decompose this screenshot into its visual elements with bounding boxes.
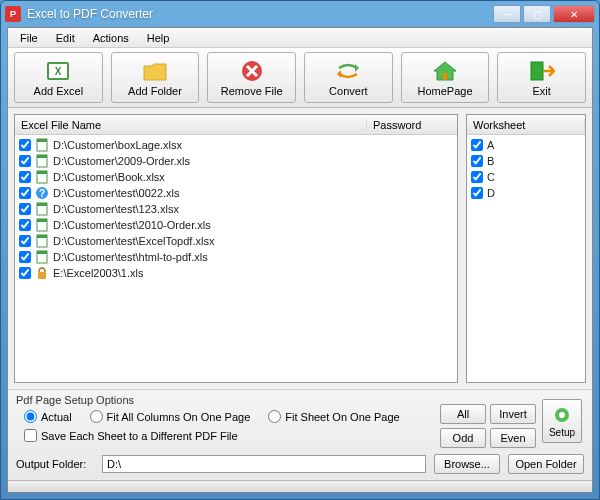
- file-row[interactable]: D:\Customer\boxLage.xlsx: [15, 137, 457, 153]
- remove-icon: [238, 59, 266, 83]
- worksheet-row[interactable]: A: [467, 137, 585, 153]
- menu-help[interactable]: Help: [139, 30, 178, 46]
- menu-file[interactable]: File: [12, 30, 46, 46]
- file-checkbox[interactable]: [19, 251, 31, 263]
- file-list[interactable]: D:\Customer\boxLage.xlsxD:\Customer\2009…: [15, 135, 457, 382]
- opts-title: Pdf Page Setup Options: [16, 394, 440, 406]
- file-row[interactable]: D:\Customer\test\html-to-pdf.xls: [15, 249, 457, 265]
- worksheet-row[interactable]: C: [467, 169, 585, 185]
- setup-button[interactable]: Setup: [542, 399, 582, 443]
- file-checkbox[interactable]: [19, 219, 31, 231]
- worksheet-checkbox[interactable]: [471, 139, 483, 151]
- even-button[interactable]: Even: [490, 428, 536, 448]
- col-filename[interactable]: Excel File Name: [15, 119, 367, 131]
- col-password[interactable]: Password: [367, 119, 457, 131]
- file-row[interactable]: D:\Customer\test\ExcelTopdf.xlsx: [15, 233, 457, 249]
- menu-actions[interactable]: Actions: [85, 30, 137, 46]
- homepage-button[interactable]: HomePage: [401, 52, 490, 103]
- radio-fit-sheet[interactable]: Fit Sheet On One Page: [268, 410, 399, 423]
- all-button[interactable]: All: [440, 404, 486, 424]
- svg-rect-22: [38, 272, 46, 279]
- svg-rect-4: [443, 73, 447, 80]
- file-name: D:\Customer\test\ExcelTopdf.xlsx: [53, 235, 214, 247]
- radio-actual[interactable]: Actual: [24, 410, 72, 423]
- file-checkbox[interactable]: [19, 203, 31, 215]
- worksheet-row[interactable]: B: [467, 153, 585, 169]
- minimize-button[interactable]: ─: [493, 5, 521, 23]
- checkbox-save-each[interactable]: Save Each Sheet to a Different PDF File: [24, 429, 440, 442]
- worksheet-checkbox[interactable]: [471, 155, 483, 167]
- maximize-button[interactable]: ▢: [523, 5, 551, 23]
- file-icon: [35, 170, 49, 184]
- file-row[interactable]: D:\Customer\test\123.xlsx: [15, 201, 457, 217]
- worksheet-checkbox[interactable]: [471, 171, 483, 183]
- file-row[interactable]: D:\Customer\Book.xlsx: [15, 169, 457, 185]
- bottom-area: Pdf Page Setup Options Actual Fit All Co…: [8, 389, 592, 480]
- col-worksheet[interactable]: Worksheet: [467, 119, 585, 131]
- invert-button[interactable]: Invert: [490, 404, 536, 424]
- exit-icon: [528, 59, 556, 83]
- file-name: D:\Customer\test\html-to-pdf.xls: [53, 251, 208, 263]
- file-checkbox[interactable]: [19, 139, 31, 151]
- file-row[interactable]: D:\Customer\test\2010-Order.xls: [15, 217, 457, 233]
- output-folder-input[interactable]: [102, 455, 426, 473]
- svg-text:X: X: [55, 66, 62, 77]
- file-name: D:\Customer\boxLage.xlsx: [53, 139, 182, 151]
- file-icon: [35, 154, 49, 168]
- odd-button[interactable]: Odd: [440, 428, 486, 448]
- exit-button[interactable]: Exit: [497, 52, 586, 103]
- main-area: Excel File Name Password D:\Customer\box…: [8, 108, 592, 389]
- worksheet-name: D: [487, 187, 495, 199]
- file-row[interactable]: D:\Customer\2009-Order.xls: [15, 153, 457, 169]
- file-name: D:\Customer\Book.xlsx: [53, 171, 165, 183]
- file-icon: [35, 202, 49, 216]
- file-checkbox[interactable]: [19, 155, 31, 167]
- file-icon: [35, 218, 49, 232]
- file-checkbox[interactable]: [19, 171, 31, 183]
- file-name: D:\Customer\test\2010-Order.xls: [53, 219, 211, 231]
- file-checkbox[interactable]: [19, 235, 31, 247]
- close-button[interactable]: ✕: [553, 5, 595, 23]
- svg-rect-15: [37, 203, 47, 206]
- home-icon: [431, 59, 459, 83]
- worksheet-list[interactable]: ABCD: [467, 135, 585, 382]
- add-excel-button[interactable]: X Add Excel: [14, 52, 103, 103]
- svg-point-24: [559, 412, 565, 418]
- toolbar: X Add Excel Add Folder Remove File Conve…: [8, 48, 592, 108]
- worksheet-checkbox[interactable]: [471, 187, 483, 199]
- svg-rect-5: [531, 62, 543, 80]
- file-icon: [35, 266, 49, 280]
- output-label: Output Folder:: [16, 458, 94, 470]
- app-icon: P: [5, 6, 21, 22]
- menu-edit[interactable]: Edit: [48, 30, 83, 46]
- worksheet-panel: Worksheet ABCD: [466, 114, 586, 383]
- client-area: File Edit Actions Help X Add Excel Add F…: [7, 27, 593, 493]
- menubar: File Edit Actions Help: [8, 28, 592, 48]
- add-folder-button[interactable]: Add Folder: [111, 52, 200, 103]
- file-row[interactable]: E:\Excel2003\1.xls: [15, 265, 457, 281]
- open-folder-button[interactable]: Open Folder: [508, 454, 584, 474]
- ws-columns: Worksheet: [467, 115, 585, 135]
- file-name: E:\Excel2003\1.xls: [53, 267, 144, 279]
- file-checkbox[interactable]: [19, 267, 31, 279]
- remove-file-button[interactable]: Remove File: [207, 52, 296, 103]
- svg-rect-9: [37, 155, 47, 158]
- worksheet-row[interactable]: D: [467, 185, 585, 201]
- svg-rect-11: [37, 171, 47, 174]
- convert-button[interactable]: Convert: [304, 52, 393, 103]
- radio-fit-cols[interactable]: Fit All Columns On One Page: [90, 410, 251, 423]
- window-title: Excel to PDF Converter: [27, 7, 493, 21]
- file-icon: [35, 234, 49, 248]
- svg-rect-19: [37, 235, 47, 238]
- file-icon: [35, 250, 49, 264]
- file-checkbox[interactable]: [19, 187, 31, 199]
- file-row[interactable]: ?D:\Customer\test\0022.xls: [15, 185, 457, 201]
- svg-rect-7: [37, 139, 47, 142]
- svg-rect-21: [37, 251, 47, 254]
- browse-button[interactable]: Browse...: [434, 454, 500, 474]
- file-icon: [35, 138, 49, 152]
- titlebar[interactable]: P Excel to PDF Converter ─ ▢ ✕: [1, 1, 599, 27]
- file-name: D:\Customer\2009-Order.xls: [53, 155, 190, 167]
- svg-rect-17: [37, 219, 47, 222]
- file-panel: Excel File Name Password D:\Customer\box…: [14, 114, 458, 383]
